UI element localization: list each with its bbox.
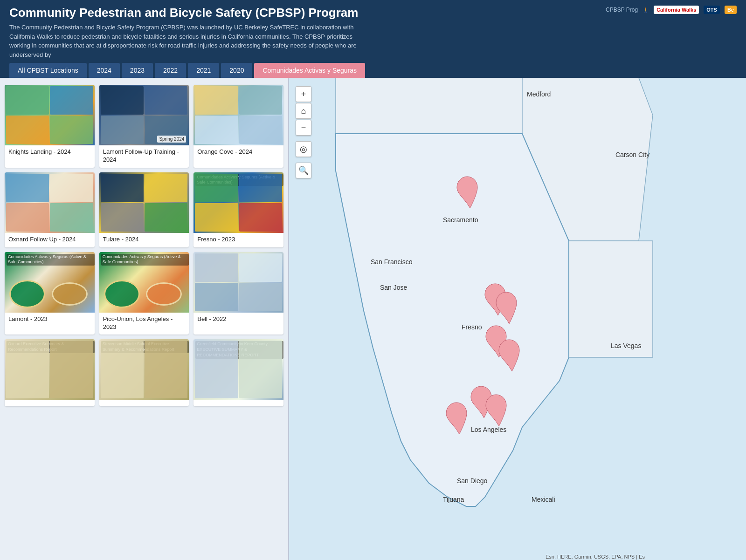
spring-badge: Spring 2024 xyxy=(157,136,186,143)
header-logos: CPBSP Prog 🚶 California Walks OTS Be xyxy=(606,6,737,14)
main-content: Knights Landing - 2024 Spring 2024 Lamon… xyxy=(0,78,746,560)
gallery-item-tulare[interactable]: Tulare - 2024 xyxy=(99,172,189,247)
gallery-grid: Knights Landing - 2024 Spring 2024 Lamon… xyxy=(5,85,283,406)
tab-2023[interactable]: 2023 xyxy=(122,63,153,78)
pico-overlay-text: Comunidades Activas y Seguras (Active & … xyxy=(101,254,189,266)
gallery-thumb-orange-cove xyxy=(193,85,283,145)
zoom-out-button[interactable]: − xyxy=(296,120,311,136)
medford-label: Medford xyxy=(527,90,551,98)
be-logo: Be xyxy=(725,6,737,14)
gallery-item-row4b[interactable]: Stevenson Middle School Executive Summar… xyxy=(99,339,189,406)
gallery-item-knights-landing[interactable]: Knights Landing - 2024 xyxy=(5,85,95,168)
gallery-thumb-knights-landing xyxy=(5,85,95,145)
california-walks-logo: California Walks xyxy=(654,6,699,14)
gallery-item-row4a[interactable]: Oxnard Executive Summary & Recommendatio… xyxy=(5,339,95,406)
gallery-item-bell[interactable]: Bell - 2022 xyxy=(193,252,283,335)
tab-2021[interactable]: 2021 xyxy=(188,63,219,78)
gallery-thumb-row4b: Stevenson Middle School Executive Summar… xyxy=(99,339,189,400)
gallery-caption-row4a xyxy=(5,400,95,406)
gallery-item-fresno[interactable]: Comunidades Activas y Seguras (Active & … xyxy=(193,172,283,247)
los-angeles-label: Los Angeles xyxy=(471,426,506,433)
gallery-thumb-row4c: Greenfield Community in Kern County EXEC… xyxy=(193,339,283,400)
lamont23-overlay-text: Comunidades Activas y Seguras (Active & … xyxy=(7,254,95,266)
header: Community Pedestrian and Bicycle Safety … xyxy=(0,0,746,63)
gallery-thumb-lamont-followup: Spring 2024 xyxy=(99,85,189,145)
gallery-caption-oxnard: Oxnard Follow Up - 2024 xyxy=(5,233,95,247)
tab-comunidades[interactable]: Comunidades Activas y Seguras xyxy=(254,63,365,78)
gallery-caption-tulare: Tulare - 2024 xyxy=(99,233,189,247)
gallery-item-lamont-followup[interactable]: Spring 2024 Lamont Follow-Up Training - … xyxy=(99,85,189,168)
gallery-caption-row4c xyxy=(193,400,283,406)
gallery-caption-orange-cove: Orange Cove - 2024 xyxy=(193,145,283,160)
map-controls: + ⌂ − ◎ 🔍 xyxy=(296,86,311,178)
tab-2024[interactable]: 2024 xyxy=(89,63,120,78)
gallery-caption-row4b xyxy=(99,400,189,406)
svg-marker-1 xyxy=(336,78,522,134)
map-panel[interactable]: + ⌂ − ◎ 🔍 Medford Carson City xyxy=(289,78,746,560)
gallery-panel[interactable]: Knights Landing - 2024 Spring 2024 Lamon… xyxy=(0,78,289,560)
mexicali-label: Mexicali xyxy=(532,496,555,503)
location-button[interactable]: ◎ xyxy=(296,141,311,157)
ots-logo: OTS xyxy=(704,6,720,14)
program-label: CPBSP Prog xyxy=(606,7,638,13)
gallery-caption-lamont-2023: Lamont - 2023 xyxy=(5,313,95,327)
san-diego-label: San Diego xyxy=(457,477,488,485)
zoom-in-button[interactable]: + xyxy=(296,86,311,102)
page-title: Community Pedestrian and Bicycle Safety … xyxy=(9,6,373,20)
gallery-caption-pico-union: Pico-Union, Los Angeles - 2023 xyxy=(99,313,189,335)
gallery-caption-fresno: Fresno - 2023 xyxy=(193,233,283,247)
gallery-item-pico-union[interactable]: Comunidades Activas y Seguras (Active & … xyxy=(99,252,189,335)
las-vegas-label: Las Vegas xyxy=(611,342,641,349)
tab-2022[interactable]: 2022 xyxy=(155,63,186,78)
tijuana-label: Tijuana xyxy=(443,496,464,503)
tab-all-locations[interactable]: All CPBST Locations xyxy=(9,63,87,78)
san-jose-label: San Jose xyxy=(380,284,408,291)
gallery-thumb-tulare xyxy=(99,172,189,233)
gallery-item-oxnard[interactable]: Oxnard Follow Up - 2024 xyxy=(5,172,95,247)
gallery-item-row4c[interactable]: Greenfield Community in Kern County EXEC… xyxy=(193,339,283,406)
search-button[interactable]: 🔍 xyxy=(296,163,311,178)
gallery-thumb-fresno: Comunidades Activas y Seguras (Active & … xyxy=(193,172,283,233)
home-button[interactable]: ⌂ xyxy=(296,103,311,119)
san-francisco-label: San Francisco xyxy=(371,258,413,266)
sacramento-label: Sacramento xyxy=(443,216,478,224)
gallery-thumb-row4a: Oxnard Executive Summary & Recommendatio… xyxy=(5,339,95,400)
tab-2020[interactable]: 2020 xyxy=(221,63,252,78)
tabs-bar: All CPBST Locations 2024 2023 2022 2021 … xyxy=(0,63,746,78)
header-description: The Community Pedestrian and Bicycle Saf… xyxy=(9,23,373,59)
svg-text:Esri, HERE, Garmin, USGS, EPA,: Esri, HERE, Garmin, USGS, EPA, NPS | Es xyxy=(546,554,645,560)
gallery-thumb-lamont-2023: Comunidades Activas y Seguras (Active & … xyxy=(5,252,95,313)
gallery-thumb-bell xyxy=(193,252,283,313)
gallery-caption-lamont-followup: Lamont Follow-Up Training - 2024 xyxy=(99,145,189,168)
fresno-label: Fresno xyxy=(462,323,482,331)
gallery-item-orange-cove[interactable]: Orange Cove - 2024 xyxy=(193,85,283,168)
gallery-caption-knights-landing: Knights Landing - 2024 xyxy=(5,145,95,160)
carson-city-label: Carson City xyxy=(615,151,649,158)
map-svg: Medford Carson City Sacramento San Franc… xyxy=(289,78,746,560)
gallery-thumb-oxnard xyxy=(5,172,95,233)
gallery-caption-bell: Bell - 2022 xyxy=(193,313,283,327)
california-walks-icon: 🚶 xyxy=(642,7,649,13)
gallery-thumb-pico-union: Comunidades Activas y Seguras (Active & … xyxy=(99,252,189,313)
svg-marker-3 xyxy=(569,241,653,357)
gallery-item-lamont-2023[interactable]: Comunidades Activas y Seguras (Active & … xyxy=(5,252,95,335)
